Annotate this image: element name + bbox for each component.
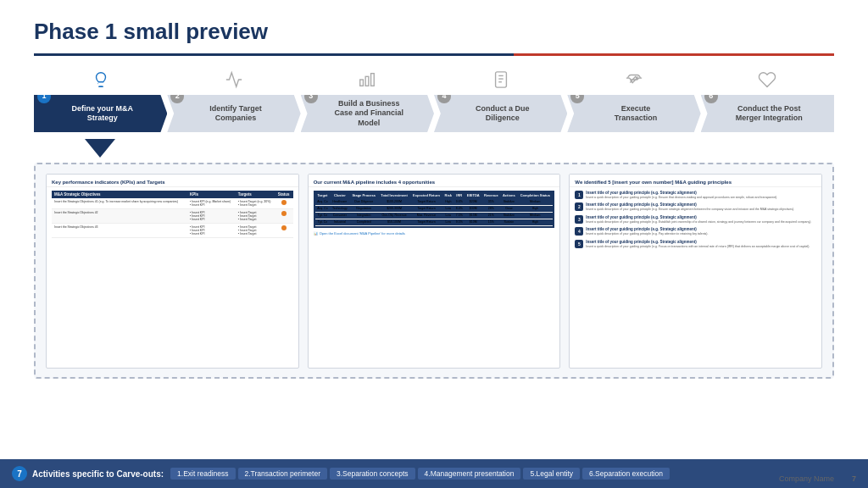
pipeline-row-1: Acq. CoHealthcareDue Diligence $100-200M…	[315, 199, 554, 206]
down-arrow-icon	[85, 139, 115, 158]
kpi-row-1: Insert the Strategic Objectives #1 (e.g.…	[52, 198, 293, 209]
activities-label: Activities specific to Carve-outs:	[32, 469, 164, 479]
kpi-col-objectives: M&A Strategic Objectives	[52, 191, 187, 198]
principle-1: 1 Insert title of your guiding principle…	[575, 191, 816, 200]
step-4-arrow: 4 Conduct a DueDiligence	[434, 95, 567, 132]
principle-3: 3 Insert title of your guiding principle…	[575, 215, 816, 225]
pipeline-col-return: Expected Return	[410, 192, 442, 199]
page: Phase 1 small preview 1 Define your M&AS…	[0, 0, 868, 488]
tag-exit-readiness[interactable]: 1.Exit readiness	[170, 468, 235, 480]
svg-rect-3	[365, 76, 369, 86]
kpi-col-kpis: KPIs	[187, 191, 236, 198]
svg-rect-5	[495, 71, 506, 86]
pipeline-col-cluster: Cluster	[330, 192, 349, 199]
svg-rect-4	[371, 73, 375, 86]
kpi-kpis-3: • Insert KPI• Insert KPI• Insert KPI	[187, 223, 236, 237]
pipeline-col-target: Target	[315, 192, 331, 199]
kpi-obj-1: Insert the Strategic Objectives #1 (e.g.…	[52, 198, 187, 209]
slide-pipeline-header: Our current M&A pipeline includes 4 oppo…	[309, 175, 560, 187]
checklist-icon	[492, 70, 510, 93]
slide-kpi-body: M&A Strategic Objectives KPIs Targets St…	[47, 187, 298, 368]
excel-note: 📊 Open the Excel document 'M&A Pipeline'…	[314, 231, 555, 236]
step-3-arrow: 3 Build a BusinessCase and FinancialMode…	[301, 95, 434, 132]
kpi-obj-3: Insert the Strategic Objectives #3	[52, 223, 187, 237]
pipeline-col-risk: Risk	[442, 192, 453, 199]
pipeline-col-ebitda: EBITDA	[465, 192, 481, 199]
pipeline-col-irr: IRR	[453, 192, 465, 199]
tag-transaction-perimeter[interactable]: 2.Transaction perimeter	[238, 468, 327, 480]
step-1[interactable]: 1 Define your M&AStrategy	[34, 68, 167, 136]
process-bar: 1 Define your M&AStrategy 2 Identify Tar…	[34, 68, 834, 136]
pipeline-col-actions: Actions	[500, 192, 517, 199]
kpi-col-targets: Targets	[236, 191, 275, 198]
kpi-status-1	[275, 198, 293, 209]
kpi-table: M&A Strategic Objectives KPIs Targets St…	[52, 191, 293, 238]
kpi-obj-2: Insert the Strategic Objectives #2	[52, 208, 187, 223]
pipeline-col-stage: Stage Process	[349, 192, 378, 199]
tag-legal-entity[interactable]: 5.Legal entity	[523, 468, 580, 480]
slide-principles-header: We identified 5 [insert your own number]…	[570, 175, 821, 187]
kpi-col-status: Status	[275, 191, 293, 198]
step-2[interactable]: 2 Identify TargetCompanies	[167, 68, 300, 136]
step-1-icon-row	[34, 68, 167, 95]
kpi-status-2	[275, 208, 293, 223]
slide-principles-body: 1 Insert title of your guiding principle…	[570, 187, 821, 368]
svg-rect-2	[360, 80, 364, 86]
step-3[interactable]: 3 Build a BusinessCase and FinancialMode…	[301, 68, 434, 136]
chart-line-icon	[225, 70, 243, 93]
tag-separation-concepts[interactable]: 3.Separation concepts	[330, 468, 415, 480]
tag-management-presentation[interactable]: 4.Management presentation	[418, 468, 521, 480]
step-5-icon-row	[567, 68, 700, 95]
slide-kpi-header: Key performance indicators (KPIs) and Ta…	[47, 175, 298, 187]
step-2-icon-row	[167, 68, 300, 95]
kpi-row-2: Insert the Strategic Objectives #2 • Ins…	[52, 208, 293, 223]
step-6-icon-row	[701, 68, 834, 95]
step-6[interactable]: 6 Conduct the PostMerger Integration	[701, 68, 834, 136]
page-number: 7	[852, 474, 856, 483]
principle-5: 5 Insert title of your guiding principle…	[575, 240, 816, 249]
pipeline-table: Target Cluster Stage Process Total Inves…	[315, 192, 554, 226]
tag-separation-execution[interactable]: 6.Separation execution	[582, 468, 670, 480]
pipeline-row-4: Tgt. CoIndustrialCompleted $50-100MTarge…	[315, 219, 554, 225]
step-2-arrow: 2 Identify TargetCompanies	[167, 95, 300, 132]
pipeline-row-3: Tgt. CoConsumerIntegration One-Obj. Reve…	[315, 212, 554, 219]
kpi-status-3	[275, 223, 293, 237]
kpi-targets-2: • Insert Target• Insert Target• Insert T…	[236, 208, 275, 223]
kpi-kpis-1: • Insert KPI (e.g. Market share)• Insert…	[187, 198, 236, 209]
step-4[interactable]: 4 Conduct a DueDiligence	[434, 68, 567, 136]
bottom-bar: 7 Activities specific to Carve-outs: 1.E…	[0, 459, 868, 488]
puzzle-icon	[758, 70, 776, 93]
step-5-arrow: 5 ExecuteTransaction	[567, 95, 700, 132]
preview-area: Key performance indicators (KPIs) and Ta…	[34, 163, 834, 379]
bottom-tags: 1.Exit readiness 2.Transaction perimeter…	[170, 468, 670, 480]
slide-preview-kpi: Key performance indicators (KPIs) and Ta…	[46, 174, 299, 369]
slide-preview-principles: We identified 5 [insert your own number]…	[569, 174, 822, 369]
step-1-label: 1 Define your M&AStrategy	[34, 95, 167, 132]
step-5[interactable]: 5 ExecuteTransaction	[567, 68, 700, 136]
step-3-icon-row	[301, 68, 434, 95]
pipeline-row-2: Acq. CoTechnologyNegotiation $200-300MTa…	[315, 205, 554, 212]
principle-2: 2 Insert title of your guiding principle…	[575, 202, 816, 212]
step-4-icon-row	[434, 68, 567, 95]
pipeline-col-revenue: Revenue	[481, 192, 500, 199]
kpi-row-3: Insert the Strategic Objectives #3 • Ins…	[52, 223, 293, 237]
page-title: Phase 1 small preview	[0, 0, 868, 53]
kpi-kpis-2: • Insert KPI• Insert KPI• Insert KPI	[187, 208, 236, 223]
divider	[34, 53, 834, 56]
pipeline-col-status: Completion Status	[517, 192, 553, 199]
down-arrow-container	[34, 139, 834, 158]
company-name: Company Name	[779, 474, 834, 483]
bottom-num-badge: 7	[12, 466, 27, 481]
step-6-arrow: 6 Conduct the PostMerger Integration	[701, 95, 834, 132]
kpi-targets-3: • Insert Target• Insert Target• Insert T…	[236, 223, 275, 237]
kpi-targets-1: • Insert Target (e.g. 30%)• Insert Targe…	[236, 198, 275, 209]
lightbulb-icon	[92, 70, 110, 93]
bar-chart-icon	[358, 70, 376, 93]
slide-preview-pipeline: Our current M&A pipeline includes 4 oppo…	[308, 174, 561, 369]
pipeline-col-investment: Total Investment	[378, 192, 410, 199]
principle-4: 4 Insert title of your guiding principle…	[575, 227, 816, 236]
handshake-icon	[625, 70, 643, 93]
step-1-arrow: 1 Define your M&AStrategy	[34, 95, 167, 132]
slide-pipeline-body: Target Cluster Stage Process Total Inves…	[309, 187, 560, 368]
